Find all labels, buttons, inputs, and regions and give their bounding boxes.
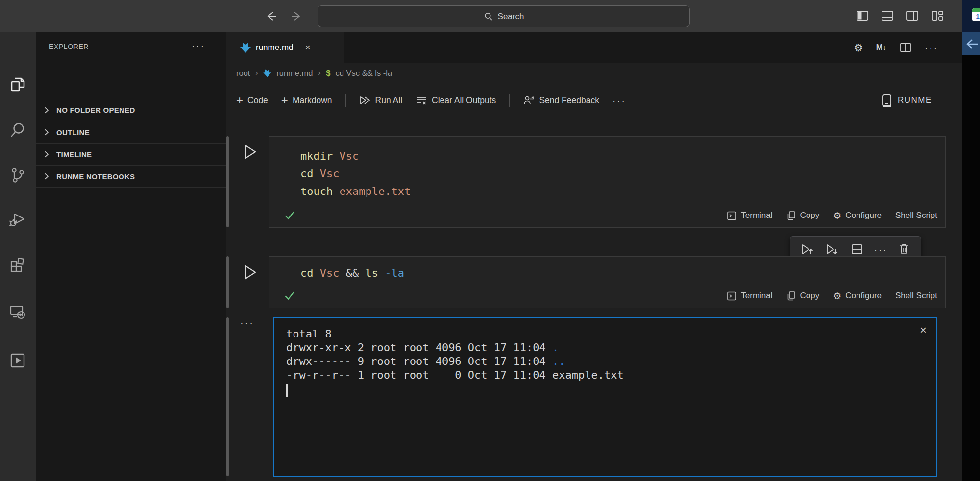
navigate-back-icon[interactable] bbox=[264, 8, 279, 24]
cell-focus-indicator[interactable] bbox=[226, 136, 229, 227]
background-window-body bbox=[962, 55, 980, 481]
customize-layout-icon[interactable] bbox=[930, 8, 945, 23]
send-feedback-button[interactable]: Send Feedback bbox=[523, 95, 599, 106]
cell-language-label[interactable]: Shell Script bbox=[895, 291, 937, 301]
breadcrumb: root › runme.md › $ cd Vsc && ls -la bbox=[236, 63, 392, 83]
toggle-panel-icon[interactable] bbox=[880, 8, 895, 23]
sidebar-more-actions-icon[interactable]: ··· bbox=[192, 40, 205, 51]
gear-icon: ⚙ bbox=[833, 290, 841, 301]
sidebar-item-outline[interactable]: OUTLINE bbox=[36, 121, 226, 143]
remote-explorer-icon[interactable] bbox=[7, 301, 28, 322]
code-cell-2[interactable]: cd Vsc && ls -la Terminal Copy ⚙ Configu… bbox=[269, 256, 946, 308]
breadcrumb-shell-prompt: $ bbox=[326, 69, 330, 78]
sidebar-item-timeline[interactable]: TIMELINE bbox=[36, 143, 226, 165]
terminal-button[interactable]: Terminal bbox=[727, 291, 772, 301]
open-markdown-preview-icon[interactable]: M↓ bbox=[876, 43, 886, 52]
background-window-toolbar bbox=[962, 32, 980, 55]
sidebar-item-no-folder-opened[interactable]: NO FOLDER OPENED bbox=[36, 99, 226, 121]
layout-controls bbox=[855, 8, 945, 23]
terminal-output-text: total 8drwxr-xr-x 2 root root 4096 Oct 1… bbox=[274, 318, 936, 382]
runme-notebooks-icon[interactable] bbox=[7, 350, 28, 371]
cell-success-check-icon bbox=[284, 210, 295, 221]
chevron-right-icon bbox=[42, 171, 51, 181]
execute-above-icon[interactable] bbox=[801, 242, 815, 256]
run-all-button[interactable]: Run All bbox=[359, 95, 402, 106]
configure-button[interactable]: ⚙ Configure bbox=[833, 210, 882, 221]
configure-button[interactable]: ⚙ Configure bbox=[833, 290, 882, 301]
tab-close-icon[interactable]: × bbox=[305, 42, 311, 53]
section-divider bbox=[36, 187, 226, 188]
tab-runme-md[interactable]: runme.md × bbox=[226, 32, 344, 63]
plus-icon: + bbox=[236, 95, 243, 106]
breadcrumb-separator: › bbox=[255, 68, 258, 78]
gear-icon: ⚙ bbox=[833, 210, 841, 221]
delete-cell-trash-icon[interactable] bbox=[898, 242, 910, 256]
plus-icon: + bbox=[281, 95, 288, 106]
breadcrumb-command[interactable]: cd Vsc && ls -la bbox=[336, 69, 392, 78]
play-icon bbox=[243, 264, 257, 281]
breadcrumb-file[interactable]: runme.md bbox=[276, 69, 313, 78]
run-and-debug-icon[interactable] bbox=[7, 209, 28, 230]
title-bar: Search bbox=[0, 0, 962, 32]
execute-below-icon[interactable] bbox=[825, 242, 840, 256]
add-markdown-cell-button[interactable]: + Markdown bbox=[281, 95, 332, 106]
terminal-button[interactable]: Terminal bbox=[727, 211, 772, 221]
split-editor-icon[interactable] bbox=[899, 41, 912, 54]
add-code-cell-button[interactable]: + Code bbox=[236, 95, 268, 106]
split-cell-icon[interactable] bbox=[850, 242, 864, 256]
runme-logo-icon bbox=[881, 94, 893, 107]
more-toolbar-actions-icon[interactable]: ··· bbox=[612, 96, 626, 105]
extensions-icon[interactable] bbox=[7, 254, 28, 275]
toolbar-divider bbox=[345, 94, 346, 107]
notebook-settings-gear-icon[interactable]: ⚙ bbox=[854, 42, 863, 54]
back-arrow-icon bbox=[963, 38, 978, 50]
runme-file-icon bbox=[240, 42, 251, 53]
chevron-right-icon bbox=[42, 149, 51, 159]
close-output-icon[interactable]: × bbox=[920, 323, 927, 337]
toolbar-divider bbox=[509, 94, 510, 107]
explorer-icon[interactable] bbox=[7, 73, 28, 95]
cell-language-label[interactable]: Shell Script bbox=[895, 211, 937, 220]
more-cell-actions-icon[interactable]: ··· bbox=[874, 245, 888, 254]
copy-button[interactable]: Copy bbox=[786, 211, 820, 221]
cell-2-code[interactable]: cd Vsc && ls -la bbox=[269, 257, 945, 282]
cell-success-check-icon bbox=[284, 290, 295, 302]
background-window-header: 1 bbox=[962, 0, 980, 32]
search-icon bbox=[484, 12, 493, 22]
run-cell-button[interactable] bbox=[242, 143, 258, 161]
run-cell-button[interactable] bbox=[242, 264, 258, 281]
sidebar-title: EXPLORER bbox=[49, 32, 89, 61]
tab-label: runme.md bbox=[256, 43, 294, 52]
cell-status-bar: Terminal Copy ⚙ Configure Shell Script bbox=[727, 210, 937, 221]
vscode-window: Search 1 bbox=[0, 0, 980, 481]
clear-outputs-icon bbox=[416, 95, 427, 106]
copy-button[interactable]: Copy bbox=[786, 291, 820, 301]
output-focus-indicator[interactable] bbox=[226, 317, 229, 476]
cell-1-code[interactable]: mkdir Vsccd Vsctouch example.txt bbox=[269, 137, 945, 200]
calendar-icon: 1 bbox=[972, 8, 980, 21]
sidebar-item-runme-notebooks[interactable]: RUNME NOTEBOOKS bbox=[36, 165, 226, 187]
runme-brand-label: RUNME bbox=[898, 96, 932, 105]
terminal-output[interactable]: total 8drwxr-xr-x 2 root root 4096 Oct 1… bbox=[273, 317, 937, 477]
source-control-icon[interactable] bbox=[7, 165, 28, 186]
code-cell-1[interactable]: mkdir Vsccd Vsctouch example.txt Termina… bbox=[269, 136, 946, 228]
terminal-icon bbox=[727, 291, 737, 301]
search-view-icon[interactable] bbox=[7, 120, 28, 141]
run-all-icon bbox=[359, 95, 371, 106]
terminal-cursor bbox=[286, 384, 288, 397]
terminal-icon bbox=[727, 211, 737, 221]
toggle-secondary-sidebar-icon[interactable] bbox=[905, 8, 920, 23]
toggle-primary-sidebar-icon[interactable] bbox=[855, 8, 870, 23]
editor-actions: ⚙ M↓ ··· bbox=[854, 32, 938, 63]
runme-file-icon bbox=[263, 69, 271, 77]
feedback-person-icon bbox=[523, 95, 535, 106]
search-label: Search bbox=[498, 12, 524, 22]
command-center-search[interactable]: Search bbox=[318, 5, 690, 27]
copy-icon bbox=[786, 291, 796, 301]
more-editor-actions-icon[interactable]: ··· bbox=[925, 43, 938, 52]
navigate-forward-icon[interactable] bbox=[288, 8, 304, 24]
clear-all-outputs-button[interactable]: Clear All Outputs bbox=[416, 95, 496, 106]
cell-focus-indicator[interactable] bbox=[226, 256, 229, 308]
breadcrumb-root[interactable]: root bbox=[236, 69, 250, 78]
output-more-actions-icon[interactable]: ··· bbox=[240, 317, 254, 329]
